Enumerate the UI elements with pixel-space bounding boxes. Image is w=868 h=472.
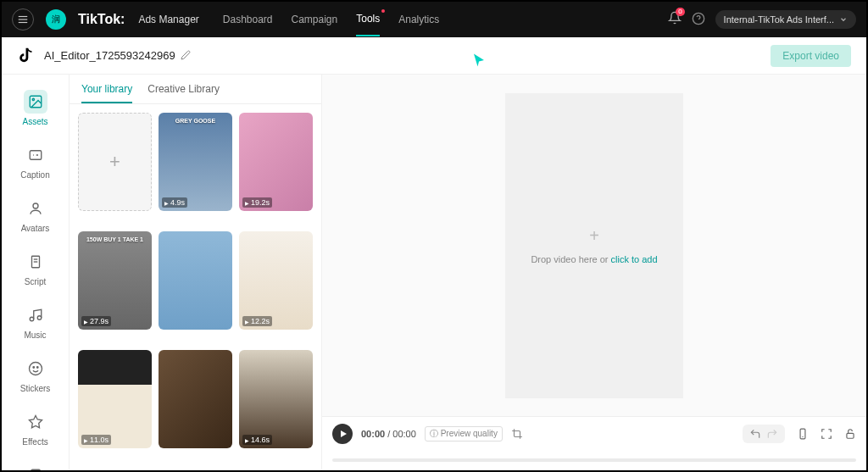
svg-marker-17 — [29, 416, 42, 428]
time-display: 00:00 / 00:00 — [361, 429, 416, 439]
caption-icon — [24, 143, 47, 167]
timeline-track[interactable] — [322, 450, 866, 470]
sidebar-label: Music — [24, 330, 46, 340]
asset-thumbnail[interactable]: 19.2s — [239, 113, 313, 211]
sidebar-label: Assets — [22, 117, 47, 126]
sidebar-item-assets[interactable]: Assets — [2, 83, 69, 133]
asset-thumbnail[interactable]: 150W BUY 1 TAKE 127.9s — [78, 231, 152, 330]
sidebar-label: Stickers — [20, 384, 51, 393]
nav-analytics[interactable]: Analytics — [398, 3, 439, 36]
nav-tools[interactable]: Tools — [356, 3, 380, 36]
asset-duration: 11.0s — [81, 435, 111, 445]
image-icon — [24, 90, 47, 114]
svg-rect-7 — [30, 151, 42, 160]
sidebar-label: Script — [25, 277, 47, 286]
fullscreen-button[interactable] — [821, 428, 832, 440]
menu-button[interactable] — [12, 8, 34, 31]
svg-rect-21 — [847, 433, 854, 438]
undo-button[interactable] — [749, 428, 761, 440]
play-button[interactable] — [332, 424, 353, 444]
asset-thumbnail[interactable]: 11.0s — [78, 350, 152, 448]
sidebar-item-caption[interactable]: Caption — [2, 136, 69, 186]
top-nav: 润 TikTok: Ads Manager DashboardCampaignT… — [2, 2, 866, 37]
asset-duration: 12.2s — [242, 316, 272, 326]
click-to-add-link[interactable]: click to add — [611, 254, 658, 264]
asset-grid: +GREY GOOSE4.9s19.2s150W BUY 1 TAKE 127.… — [70, 104, 321, 470]
sidebar-label: Avatars — [21, 224, 50, 233]
pencil-icon — [181, 50, 191, 60]
redo-button[interactable] — [766, 428, 778, 440]
asset-overlay-text: GREY GOOSE — [162, 118, 229, 124]
music-icon — [24, 303, 47, 327]
sidebar: AssetsCaptionAvatarsScriptMusicStickersE… — [2, 75, 70, 470]
script-icon — [24, 250, 47, 274]
svg-point-12 — [30, 317, 34, 321]
sidebar-item-stickers[interactable]: Stickers — [2, 350, 69, 400]
account-switcher[interactable]: Internal-TikTok Ads Interf... — [715, 10, 856, 29]
nav-campaign[interactable]: Campaign — [292, 3, 338, 36]
rename-button[interactable] — [181, 48, 191, 64]
asset-thumbnail[interactable] — [159, 350, 232, 448]
sidebar-item-script[interactable]: Script — [2, 243, 69, 293]
library-tab-your-library[interactable]: Your library — [81, 83, 132, 103]
brand-logo: TikTok: — [78, 12, 125, 27]
tiktok-logo-icon — [17, 47, 36, 65]
svg-point-8 — [33, 203, 38, 208]
nav-dashboard[interactable]: Dashboard — [223, 3, 273, 36]
sidebar-label: Effects — [22, 437, 47, 447]
svg-point-14 — [29, 363, 42, 375]
user-avatar[interactable]: 润 — [46, 9, 66, 30]
notification-badge: 0 — [676, 8, 684, 16]
export-button[interactable]: Export video — [771, 45, 851, 67]
video-dropzone[interactable]: + Drop video here or click to add — [505, 93, 683, 398]
asset-duration: 19.2s — [242, 197, 272, 208]
crop-button[interactable] — [511, 428, 523, 440]
plus-icon: + — [589, 226, 599, 246]
sidebar-item-effects[interactable]: Effects — [2, 403, 69, 453]
lock-button[interactable] — [844, 428, 856, 440]
asset-thumbnail[interactable]: GREY GOOSE4.9s — [159, 113, 232, 211]
notifications-button[interactable]: 0 — [668, 11, 682, 28]
asset-duration: 27.9s — [81, 316, 111, 326]
help-icon[interactable] — [692, 12, 705, 28]
svg-point-15 — [33, 367, 35, 369]
asset-duration: 14.6s — [242, 435, 272, 445]
timeline-toolbar: 00:00 / 00:00 ⓘ Preview quality — [322, 416, 866, 450]
dropzone-text: Drop video here or click to add — [531, 254, 657, 264]
svg-point-13 — [37, 316, 42, 320]
add-asset-button[interactable]: + — [78, 113, 152, 211]
cursor-icon — [471, 53, 487, 72]
sidebar-item-more[interactable] — [2, 457, 69, 472]
sidebar-item-avatars[interactable]: Avatars — [2, 190, 69, 240]
library-panel: Your libraryCreative Library +GREY GOOSE… — [70, 75, 322, 470]
preview-quality-button[interactable]: ⓘ Preview quality — [425, 426, 503, 441]
effects-icon — [24, 410, 47, 434]
device-preview-button[interactable] — [797, 428, 809, 440]
svg-point-16 — [36, 367, 38, 369]
canvas-area: + Drop video here or click to add 00:00 … — [322, 75, 866, 470]
subheader: AI_Editor_1725593242969 Export video — [2, 37, 866, 75]
library-tab-creative-library[interactable]: Creative Library — [147, 83, 220, 103]
brand-subtitle: Ads Manager — [138, 14, 198, 25]
account-label: Internal-TikTok Ads Interf... — [724, 14, 834, 25]
chevron-down-icon — [839, 15, 848, 24]
asset-overlay-text: 150W BUY 1 TAKE 1 — [81, 236, 148, 242]
asset-thumbnail[interactable] — [159, 231, 232, 330]
nav-alert-dot — [381, 9, 385, 13]
sticker-icon — [24, 357, 47, 380]
asset-thumbnail[interactable]: 14.6s — [239, 350, 313, 448]
project-name: AI_Editor_1725593242969 — [44, 49, 175, 62]
asset-thumbnail[interactable]: 12.2s — [239, 231, 313, 330]
sidebar-item-music[interactable]: Music — [2, 297, 69, 347]
asset-duration: 4.9s — [162, 197, 187, 208]
avatar-icon — [24, 197, 47, 220]
svg-point-6 — [32, 98, 34, 100]
more-icon — [24, 464, 47, 472]
sidebar-label: Caption — [20, 170, 49, 180]
